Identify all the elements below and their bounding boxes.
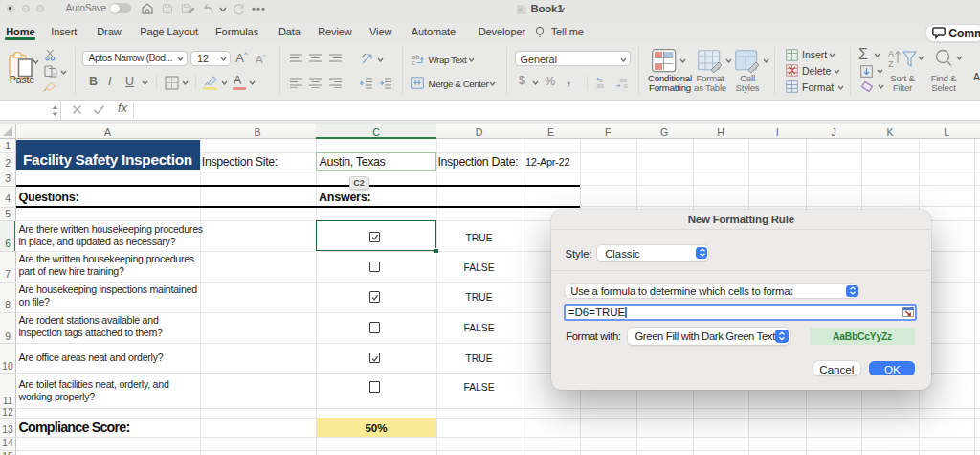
svg-text:.00: .00 xyxy=(595,82,604,89)
svg-text:0: 0 xyxy=(624,82,628,89)
svg-text:Z: Z xyxy=(888,59,894,69)
svg-text:A: A xyxy=(888,49,894,58)
svg-text:c: c xyxy=(412,58,415,65)
